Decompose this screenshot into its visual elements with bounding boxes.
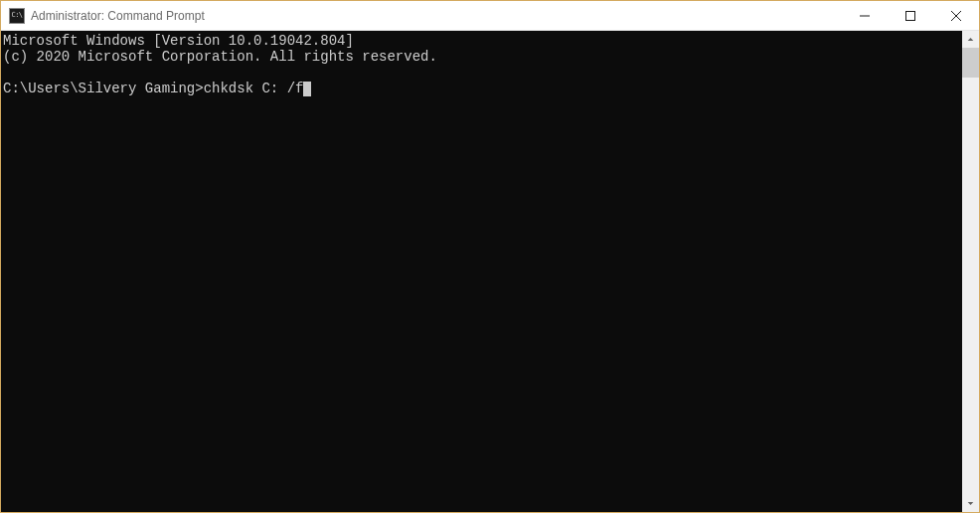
cmd-icon: C:\ (11, 12, 22, 19)
chevron-up-icon (967, 36, 974, 43)
version-line: Microsoft Windows [Version 10.0.19042.80… (3, 33, 354, 49)
scroll-track[interactable] (962, 48, 979, 495)
scroll-up-button[interactable] (962, 31, 979, 48)
scroll-thumb[interactable] (962, 48, 979, 78)
command-text: chkdsk C: /f (204, 81, 304, 96)
close-icon (951, 11, 961, 21)
command-prompt-window: C:\ Administrator: Command Prompt (0, 0, 980, 513)
app-icon: C:\ (9, 8, 25, 24)
console-area: Microsoft Windows [Version 10.0.19042.80… (1, 31, 979, 512)
maximize-button[interactable] (888, 1, 933, 30)
close-button[interactable] (933, 1, 979, 30)
titlebar[interactable]: C:\ Administrator: Command Prompt (1, 1, 979, 31)
minimize-icon (860, 11, 870, 21)
vertical-scrollbar[interactable] (962, 31, 979, 512)
window-title: Administrator: Command Prompt (31, 9, 842, 23)
console-output[interactable]: Microsoft Windows [Version 10.0.19042.80… (1, 31, 962, 512)
prompt-text: C:\Users\Silvery Gaming> (3, 81, 204, 96)
maximize-icon (905, 11, 915, 21)
chevron-down-icon (967, 500, 974, 507)
minimize-button[interactable] (842, 1, 888, 30)
window-controls (842, 1, 979, 30)
svg-rect-1 (906, 11, 915, 20)
text-cursor (303, 82, 311, 96)
scroll-down-button[interactable] (962, 495, 979, 512)
copyright-line: (c) 2020 Microsoft Corporation. All righ… (3, 49, 437, 65)
